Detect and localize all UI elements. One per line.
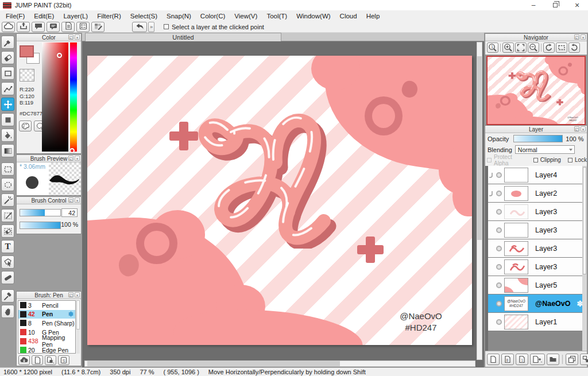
close-icon[interactable]: ×	[75, 197, 80, 203]
gradient-tool-button[interactable]	[1, 144, 14, 157]
menu-filter[interactable]: Filter(R)	[92, 10, 126, 21]
add-brush-button[interactable]	[32, 355, 43, 365]
popout-icon[interactable]: ◱	[68, 34, 74, 40]
brush-settings-gear-icon[interactable]: ✽	[68, 311, 74, 318]
eyedropper-tool-button[interactable]	[1, 289, 14, 303]
menu-view[interactable]: View(V)	[230, 10, 262, 21]
zoom-in-button[interactable]	[502, 42, 514, 53]
layer-row[interactable]: Layer3	[488, 221, 587, 239]
layer-thumbnail[interactable]	[504, 168, 528, 183]
cloud-button[interactable]	[2, 22, 15, 32]
new-8bit-layer-button[interactable]: 8	[501, 354, 514, 365]
document-button[interactable]	[61, 22, 75, 32]
scrollbar-thumb[interactable]	[87, 361, 340, 366]
layer-visibility-toggle[interactable]	[494, 282, 504, 288]
layer-row[interactable]: Layer3	[488, 239, 587, 258]
palette-button[interactable]	[19, 121, 32, 131]
document-tab[interactable]: Untitled	[85, 33, 281, 41]
layer-row[interactable]: Layer3	[488, 203, 587, 221]
toolbar-overflow-button[interactable]: »	[148, 22, 154, 32]
cloud-brush-button[interactable]	[18, 355, 30, 365]
transparent-color-swatch[interactable]	[20, 69, 34, 82]
menu-snap[interactable]: Snap(N)	[162, 10, 196, 21]
new-1bit-layer-button[interactable]: 1	[516, 354, 528, 365]
close-icon[interactable]: ×	[75, 156, 80, 161]
layer-thumbnail[interactable]	[504, 259, 528, 274]
menu-file[interactable]: File(F)	[1, 10, 29, 21]
brush-row-mapping-pen[interactable]: 438Mapping Pen	[18, 336, 75, 346]
hand-tool-button[interactable]	[1, 305, 14, 318]
canvas-horizontal-scrollbar[interactable]	[84, 361, 475, 367]
form-button[interactable]	[76, 22, 90, 32]
layer-visibility-toggle[interactable]	[494, 301, 504, 307]
close-icon[interactable]: ×	[75, 34, 80, 40]
layer-thumbnail[interactable]	[504, 278, 528, 293]
protect-alpha-checkbox[interactable]	[487, 158, 492, 162]
popout-icon[interactable]: ◱	[68, 197, 74, 203]
close-icon[interactable]: ×	[75, 292, 80, 297]
layer-visibility-toggle[interactable]	[494, 172, 504, 178]
popout-icon[interactable]: ◱	[68, 292, 74, 297]
reset-rotation-button[interactable]	[556, 42, 567, 53]
polyline-tool-button[interactable]	[1, 82, 14, 95]
layer-row[interactable]: Layer4	[488, 166, 587, 184]
layer-thumbnail[interactable]: @NaeOvO#HD247	[504, 296, 528, 311]
menu-help[interactable]: Help	[362, 10, 385, 21]
popout-icon[interactable]: ◱	[574, 34, 579, 40]
canvas-vertical-scrollbar[interactable]	[477, 42, 482, 360]
menu-select[interactable]: Select(S)	[126, 10, 162, 21]
select-rect-tool-button[interactable]	[1, 162, 14, 176]
add-layer-menu-button[interactable]	[530, 354, 545, 365]
layer-list-scrollbar[interactable]	[582, 166, 587, 351]
brush-size-slider[interactable]	[20, 209, 61, 216]
popout-icon[interactable]: ◱	[68, 156, 74, 161]
layer-thumbnail[interactable]	[504, 241, 528, 256]
blending-select[interactable]: Normal	[515, 145, 575, 154]
clipping-checkbox[interactable]	[533, 158, 538, 162]
share-button[interactable]	[17, 22, 30, 32]
layer-row[interactable]: Layer1	[488, 313, 587, 331]
select-lasso-tool-button[interactable]	[1, 178, 14, 191]
text-tool-button[interactable]: T	[1, 240, 14, 253]
scrollbar-thumb[interactable]	[477, 56, 482, 240]
select-eraser-tool-button[interactable]	[1, 224, 14, 238]
merge-layer-button[interactable]	[580, 354, 588, 365]
canvas-artwork[interactable]: @NaeOvO #HD247	[87, 56, 472, 345]
hue-slider[interactable]	[70, 42, 77, 152]
fill-square-tool-button[interactable]	[1, 113, 14, 126]
restore-button[interactable]	[544, 0, 566, 10]
minimize-button[interactable]: –	[523, 0, 544, 10]
menu-layer[interactable]: Layer(L)	[59, 10, 92, 21]
select-layer-checkbox[interactable]	[164, 24, 169, 29]
eraser-tool-button[interactable]	[1, 51, 14, 64]
divide-tool-button[interactable]	[1, 271, 14, 284]
layer-thumbnail[interactable]	[504, 204, 528, 219]
popout-icon[interactable]: ◱	[574, 126, 579, 131]
layer-visibility-toggle[interactable]	[494, 246, 504, 251]
shape-rect-tool-button[interactable]	[1, 67, 14, 80]
close-icon[interactable]: ×	[581, 126, 586, 131]
bucket-fill-tool-button[interactable]	[1, 129, 14, 142]
layer-row[interactable]: Layer5	[488, 276, 587, 294]
rotate-left-button[interactable]	[543, 42, 555, 53]
brush-row-pen-sharp[interactable]: 8Pen (Sharp)	[18, 319, 75, 328]
brush-size-value[interactable]: 42	[61, 208, 78, 217]
layer-visibility-toggle[interactable]	[494, 191, 504, 196]
brush-opacity-slider[interactable]	[20, 222, 61, 229]
duplicate-layer-button[interactable]	[566, 354, 578, 365]
navigator-thumbnail[interactable]: @NaeOvO#HD247	[486, 56, 586, 125]
magic-wand-tool-button[interactable]	[1, 193, 14, 207]
saturation-value-picker[interactable]	[42, 42, 68, 152]
brush-tool-button[interactable]	[1, 36, 14, 49]
layer-visibility-toggle[interactable]	[494, 209, 504, 215]
comment-button[interactable]	[32, 22, 45, 32]
zoom-100-button[interactable]: 1	[487, 42, 498, 53]
new-layer-button[interactable]	[487, 354, 500, 365]
foreground-color-swatch[interactable]	[20, 45, 34, 57]
move-tool-button[interactable]	[1, 98, 14, 111]
menu-cloud[interactable]: Cloud	[335, 10, 362, 21]
layer-visibility-toggle[interactable]	[494, 227, 504, 233]
brush-row-pen-selected[interactable]: 42Pen✽	[18, 310, 75, 319]
palette-edit-button[interactable]	[91, 22, 105, 32]
layer-row[interactable]: Layer3	[488, 258, 587, 276]
